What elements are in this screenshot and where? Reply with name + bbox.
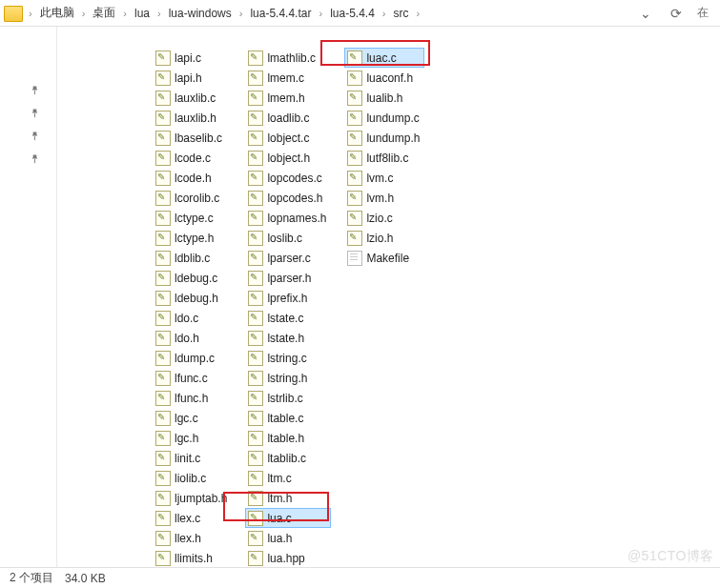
file-item[interactable]: ltablib.c (245, 448, 331, 468)
file-label: lcode.c (175, 152, 211, 165)
file-item[interactable]: loslib.c (245, 228, 331, 248)
file-label: llex.h (175, 532, 201, 545)
dropdown-button[interactable]: ⌄ (636, 4, 655, 23)
file-item[interactable]: lmem.h (245, 88, 331, 108)
file-item[interactable]: ldo.c (153, 308, 232, 328)
file-item[interactable]: lstring.c (245, 348, 331, 368)
file-item[interactable]: lualib.h (344, 88, 424, 108)
breadcrumb-item[interactable]: 桌面 (87, 1, 121, 25)
file-item[interactable]: lmathlib.c (245, 48, 331, 68)
file-item[interactable]: lundump.h (344, 128, 424, 148)
file-label: lstate.h (267, 332, 304, 345)
file-item[interactable]: lgc.c (153, 408, 232, 428)
file-item[interactable]: lstrlib.c (245, 388, 331, 408)
file-item[interactable]: lauxlib.h (153, 108, 232, 128)
file-item[interactable]: lfunc.c (153, 368, 232, 388)
pin-icon[interactable] (29, 130, 40, 141)
file-item[interactable]: lfunc.h (153, 388, 232, 408)
breadcrumb-item[interactable]: lua-5.4.4 (324, 3, 381, 24)
file-item[interactable]: lmem.c (245, 68, 331, 88)
refresh-button[interactable]: ⟳ (667, 4, 686, 23)
status-bar: 2 个项目 34.0 KB (0, 567, 720, 588)
file-label: lparser.h (267, 272, 311, 285)
file-item[interactable]: ltm.c (245, 468, 331, 488)
breadcrumb-item[interactable]: 此电脑 (34, 1, 80, 25)
file-item[interactable]: lcode.c (153, 148, 232, 168)
file-item[interactable]: lvm.c (344, 168, 424, 188)
file-item[interactable]: ldump.c (153, 348, 232, 368)
file-item[interactable]: lundump.c (344, 108, 424, 128)
breadcrumb-item[interactable]: src (388, 3, 415, 24)
breadcrumb-item[interactable]: lua-5.4.4.tar (244, 3, 317, 24)
breadcrumb-item[interactable]: lua-windows (163, 3, 237, 24)
file-pane[interactable]: lapi.clapi.hlauxlib.clauxlib.hlbaselib.c… (57, 27, 720, 567)
file-item[interactable]: lcorolib.c (153, 188, 232, 208)
file-item[interactable]: lopcodes.h (245, 188, 331, 208)
source-file-icon (248, 51, 263, 66)
pin-icon[interactable] (29, 84, 40, 95)
source-file-icon (248, 251, 263, 266)
file-item[interactable]: liolib.c (153, 468, 232, 488)
source-file-icon (155, 71, 171, 86)
search-stub: 在 (697, 5, 709, 21)
file-item[interactable]: llex.h (153, 528, 232, 548)
file-item[interactable]: lauxlib.c (153, 88, 232, 108)
file-item[interactable]: lutf8lib.c (344, 148, 424, 168)
file-item[interactable]: lobject.c (245, 128, 331, 148)
file-item[interactable]: lstring.h (245, 368, 331, 388)
file-item[interactable]: llex.c (153, 508, 232, 528)
source-file-icon (155, 151, 171, 166)
file-item[interactable]: lbaselib.c (153, 128, 232, 148)
file-item[interactable]: linit.c (153, 448, 232, 468)
file-item[interactable]: ltable.h (245, 428, 331, 448)
file-item[interactable]: lapi.c (153, 48, 232, 68)
source-file-icon (248, 431, 263, 446)
source-file-icon (347, 91, 362, 106)
file-item[interactable]: lparser.h (245, 268, 331, 288)
file-item[interactable]: lopnames.h (245, 208, 331, 228)
chevron-right-icon (155, 8, 163, 19)
file-item[interactable]: ldblib.c (153, 248, 232, 268)
chevron-right-icon (80, 8, 88, 19)
file-item[interactable]: llimits.h (153, 548, 232, 567)
file-label: lzio.h (366, 232, 393, 245)
source-file-icon (248, 71, 263, 86)
file-label: lutf8lib.c (366, 152, 408, 165)
pin-icon[interactable] (29, 152, 40, 164)
file-item[interactable]: lctype.h (153, 228, 232, 248)
breadcrumb-item[interactable]: lua (129, 3, 155, 24)
file-item[interactable]: lapi.h (153, 68, 232, 88)
file-label: lparser.c (267, 252, 310, 265)
source-file-icon (248, 91, 263, 106)
file-item[interactable]: lopcodes.c (245, 168, 331, 188)
file-item[interactable]: lobject.h (245, 148, 331, 168)
file-item[interactable]: ldebug.c (153, 268, 232, 288)
file-item[interactable]: lua.c (245, 508, 331, 528)
file-item[interactable]: lparser.c (245, 248, 331, 268)
file-label: lcorolib.c (175, 192, 219, 205)
file-item[interactable]: ltable.c (245, 408, 331, 428)
file-item[interactable]: lprefix.h (245, 288, 331, 308)
file-item[interactable]: lua.hpp (245, 548, 331, 567)
file-item[interactable]: Makefile (344, 248, 424, 268)
pin-icon[interactable] (29, 107, 40, 118)
file-item[interactable]: luac.c (344, 48, 424, 68)
file-item[interactable]: loadlib.c (245, 108, 331, 128)
file-item[interactable]: ljumptab.h (153, 488, 232, 508)
file-item[interactable]: lctype.c (153, 208, 232, 228)
file-item[interactable]: luaconf.h (344, 68, 424, 88)
file-item[interactable]: lvm.h (344, 188, 424, 208)
breadcrumb[interactable]: 此电脑桌面lualua-windowslua-5.4.4.tarlua-5.4.… (27, 1, 628, 25)
file-item[interactable]: lzio.h (344, 228, 424, 248)
file-item[interactable]: lzio.c (344, 208, 424, 228)
file-item[interactable]: lgc.h (153, 428, 232, 448)
file-item[interactable]: lua.h (245, 528, 331, 548)
source-file-icon (155, 351, 171, 366)
file-item[interactable]: lstate.c (245, 308, 331, 328)
source-file-icon (248, 131, 263, 146)
file-item[interactable]: lstate.h (245, 328, 331, 348)
file-item[interactable]: ltm.h (245, 488, 331, 508)
file-item[interactable]: ldebug.h (153, 288, 232, 308)
file-item[interactable]: ldo.h (153, 328, 232, 348)
file-item[interactable]: lcode.h (153, 168, 232, 188)
